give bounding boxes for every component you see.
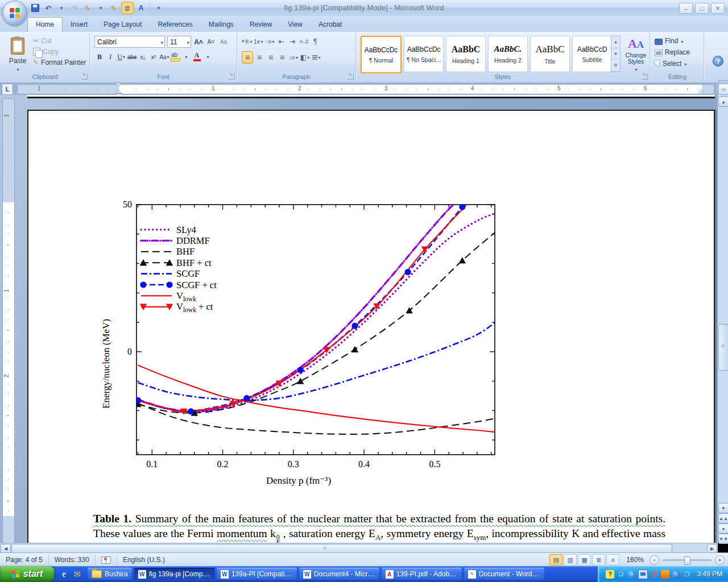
styles-more-button[interactable]: ⚙ <box>611 60 620 72</box>
gridlines-toggle-button[interactable] <box>121 2 134 14</box>
zoom-out-button[interactable]: − <box>650 555 659 565</box>
ruler-toggle-button[interactable] <box>718 84 728 95</box>
multilevel-list-button[interactable] <box>264 36 275 47</box>
font-color-dropdown[interactable] <box>202 51 213 63</box>
redo-button[interactable] <box>69 2 80 14</box>
antivirus-tray-icon[interactable] <box>661 570 669 579</box>
hide-icons-chevron[interactable] <box>627 570 636 579</box>
styles-scroll-up[interactable]: ▲ <box>611 36 620 48</box>
tab-mailings[interactable]: Mailings <box>201 18 242 32</box>
font-color-button[interactable] <box>192 51 202 63</box>
next-page-button[interactable]: ▼▼ <box>718 534 728 544</box>
undo-button[interactable] <box>43 2 54 14</box>
align-left-button[interactable] <box>242 51 253 64</box>
tab-review[interactable]: Review <box>242 18 280 32</box>
undo-dropdown[interactable] <box>56 2 67 14</box>
vertical-scrollbar[interactable]: ▲ ▼ ▲▲ ● ▼▼ <box>718 82 728 543</box>
style-cell-5[interactable]: AaBbCTitle <box>530 36 570 72</box>
font-name-combo[interactable]: Calibri <box>94 36 165 48</box>
font-size-combo[interactable]: 11 <box>167 36 191 48</box>
draw-tool-button[interactable] <box>82 2 93 14</box>
bullets-button[interactable] <box>242 36 252 47</box>
clear-formatting-button[interactable] <box>218 36 229 48</box>
volume-muted-tray-icon[interactable] <box>650 570 659 579</box>
align-right-button[interactable] <box>266 52 276 63</box>
tab-view[interactable]: View <box>280 18 311 32</box>
zoom-slider-thumb[interactable] <box>684 556 690 565</box>
clipboard-dialog-launcher[interactable] <box>81 73 88 80</box>
sort-button[interactable] <box>299 36 309 47</box>
help-button[interactable] <box>713 56 723 66</box>
shrink-font-button[interactable] <box>206 36 216 48</box>
replace-button[interactable]: Replace <box>651 47 704 58</box>
styles-dialog-launcher[interactable] <box>642 73 648 80</box>
taskbar-item-5[interactable]: Document - WordPad <box>464 568 544 580</box>
scroll-up-button[interactable]: ▲ <box>718 97 728 107</box>
grow-font-button[interactable] <box>193 36 204 48</box>
vertical-ruler[interactable]: 112 <box>2 98 15 543</box>
word-count[interactable]: Words: 330 <box>49 555 96 565</box>
mail-icon[interactable] <box>72 569 82 579</box>
paste-dropdown-arrow[interactable] <box>16 65 19 73</box>
superscript-button[interactable] <box>148 51 159 63</box>
first-line-indent-marker[interactable] <box>115 83 121 87</box>
zoom-level[interactable]: 160% <box>626 556 644 564</box>
taskbar-item-1[interactable]: fig 139a-pi [Compa... <box>134 568 214 580</box>
taskbar-item-2[interactable]: 139a-PI [Compatibi... <box>217 568 297 580</box>
tab-references[interactable]: References <box>150 18 200 32</box>
office-button[interactable] <box>2 1 27 26</box>
display-tray-icon[interactable] <box>638 569 648 579</box>
bold-button[interactable] <box>94 51 105 63</box>
paragraph-dialog-launcher[interactable] <box>348 73 354 80</box>
scroll-down-button[interactable]: ▼ <box>718 503 728 513</box>
style-cell-3[interactable]: AaBbCHeading 1 <box>446 36 486 72</box>
save-button[interactable] <box>30 2 41 14</box>
tab-selector-button[interactable] <box>2 84 13 95</box>
tab-page-layout[interactable]: Page Layout <box>96 18 150 32</box>
maximize-button[interactable] <box>695 3 709 14</box>
horizontal-scrollbar[interactable]: ◀ ▶ <box>0 543 718 553</box>
style-cell-4[interactable]: AaBbC.Heading 2 <box>488 36 528 72</box>
shading-button[interactable] <box>300 52 310 63</box>
right-indent-marker[interactable] <box>698 90 704 93</box>
find-button[interactable]: Find <box>651 35 704 47</box>
borders-button[interactable] <box>311 52 321 63</box>
taskbar-item-3[interactable]: Document4 - Micros... <box>299 568 379 580</box>
font-dialog-launcher[interactable] <box>229 73 235 80</box>
draw-tool2-button[interactable] <box>108 2 119 14</box>
web-layout-view-button[interactable] <box>578 554 591 566</box>
justify-button[interactable] <box>277 52 287 63</box>
outline-view-button[interactable] <box>592 554 605 566</box>
close-button[interactable] <box>711 3 725 14</box>
tab-acrobat[interactable]: Acrobat <box>311 18 350 32</box>
taskbar-clock[interactable]: 3:49 PM <box>697 570 722 578</box>
minimize-button[interactable] <box>679 3 693 14</box>
network-tray-icon[interactable] <box>682 570 691 579</box>
styles-scroll-down[interactable]: ▼ <box>611 48 620 60</box>
paste-button[interactable]: Paste <box>5 35 31 73</box>
cut-button[interactable]: Cut <box>33 35 86 46</box>
proofing-status[interactable] <box>96 555 117 565</box>
help-balloon-tray-icon[interactable] <box>606 570 614 579</box>
taskbar-item-folder[interactable]: Bushira <box>88 568 132 580</box>
restore-tray-icon[interactable] <box>617 570 625 579</box>
style-cell-6[interactable]: AaBbCcDSubtitle <box>572 36 612 72</box>
start-button[interactable]: start <box>0 566 55 582</box>
draw-tool-dropdown[interactable] <box>95 2 106 14</box>
font-edit-button[interactable] <box>135 2 147 14</box>
messenger-tray-icon[interactable] <box>672 570 680 579</box>
increase-indent-button[interactable] <box>287 36 297 47</box>
italic-button[interactable] <box>105 51 115 63</box>
zoom-in-button[interactable]: + <box>715 555 725 565</box>
page-indicator[interactable]: Page: 4 of 5 <box>0 555 49 565</box>
select-browse-object-button[interactable]: ● <box>718 523 728 534</box>
align-center-button[interactable] <box>254 52 264 63</box>
tab-insert[interactable]: Insert <box>63 18 96 32</box>
decrease-indent-button[interactable] <box>276 36 286 47</box>
strikethrough-button[interactable] <box>127 51 137 63</box>
internet-explorer-icon[interactable] <box>59 569 69 579</box>
print-layout-view-button[interactable] <box>549 554 562 566</box>
zoom-slider-track[interactable] <box>663 559 712 561</box>
subscript-button[interactable] <box>138 51 148 63</box>
vertical-scroll-thumb[interactable] <box>718 324 728 371</box>
